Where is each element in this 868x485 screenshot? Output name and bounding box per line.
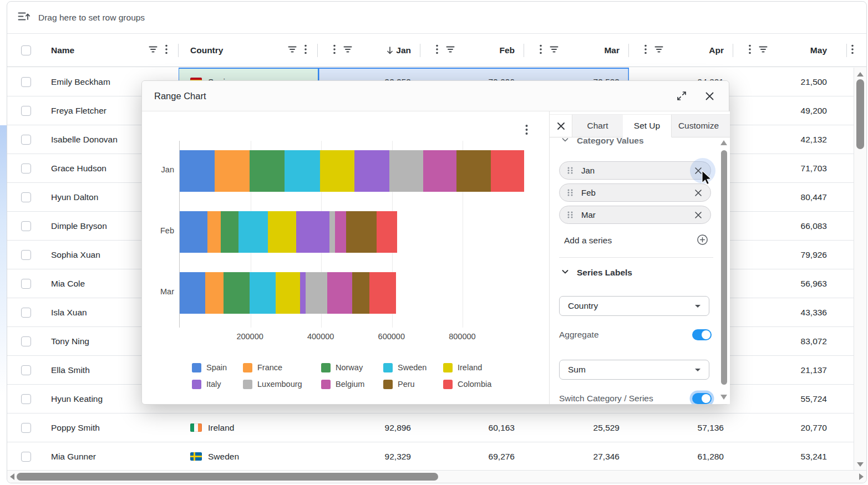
horizontal-scroll-thumb[interactable] <box>17 473 438 481</box>
value-cell[interactable]: 83,072 <box>733 327 847 355</box>
row-checkbox[interactable] <box>21 135 31 145</box>
panel-close-button[interactable] <box>550 115 572 137</box>
value-cell[interactable]: 27,346 <box>524 442 629 471</box>
filter-icon[interactable] <box>759 45 768 55</box>
legend-item-belgium[interactable]: Belgium <box>321 379 364 390</box>
value-cell[interactable]: 61,280 <box>629 442 733 471</box>
name-cell[interactable]: Poppy Smith <box>45 413 179 442</box>
row-group-panel[interactable]: Drag here to set row groups <box>7 2 866 34</box>
row-checkbox[interactable] <box>21 365 31 375</box>
series-chip-jan[interactable]: Jan <box>559 161 711 180</box>
legend-item-sweden[interactable]: Sweden <box>383 362 427 373</box>
value-cell[interactable]: 56,963 <box>733 269 847 298</box>
header-may[interactable]: May <box>733 34 847 67</box>
aggregate-func-select[interactable]: Sum <box>559 360 709 380</box>
filter-icon[interactable] <box>343 45 352 55</box>
tab-set-up[interactable]: Set Up <box>623 115 672 137</box>
value-cell[interactable]: 42,132 <box>733 125 847 154</box>
row-checkbox[interactable] <box>21 221 31 231</box>
panel-scroll-up-arrow[interactable] <box>720 140 727 145</box>
tab-customize[interactable]: Customize <box>672 115 725 137</box>
scroll-right-arrow[interactable] <box>859 473 864 480</box>
horizontal-scrollbar[interactable] <box>7 470 866 483</box>
row-checkbox[interactable] <box>21 452 31 462</box>
series-label-select[interactable]: Country <box>559 296 709 316</box>
name-cell[interactable]: Mia Gunner <box>45 442 179 471</box>
panel-scroll-down-arrow[interactable] <box>720 395 727 400</box>
chart-menu-icon[interactable] <box>520 124 532 136</box>
value-cell[interactable]: 57,136 <box>629 413 733 442</box>
row-checkbox[interactable] <box>21 106 31 116</box>
close-icon[interactable] <box>702 89 717 103</box>
header-name[interactable]: Name <box>45 34 179 67</box>
drag-handle-icon[interactable] <box>566 166 574 175</box>
value-cell[interactable]: 92,896 <box>318 413 420 442</box>
row-checkbox[interactable] <box>21 250 31 260</box>
legend-item-france[interactable]: France <box>243 362 282 373</box>
column-menu-icon[interactable] <box>540 44 542 57</box>
value-cell[interactable]: 92,329 <box>318 442 420 471</box>
category-values-section[interactable]: Category Values <box>561 137 644 146</box>
plus-circle-icon[interactable] <box>697 234 708 248</box>
value-cell[interactable]: 71,703 <box>733 154 847 182</box>
row-checkbox[interactable] <box>21 279 31 289</box>
drag-handle-icon[interactable] <box>566 188 574 197</box>
legend-item-norway[interactable]: Norway <box>321 362 363 373</box>
legend-item-ireland[interactable]: Ireland <box>443 362 482 373</box>
series-chip-feb[interactable]: Feb <box>559 183 711 202</box>
country-cell[interactable]: Sweden <box>179 442 318 471</box>
row-checkbox[interactable] <box>21 192 31 202</box>
column-menu-icon[interactable] <box>304 44 307 57</box>
filter-icon[interactable] <box>149 45 158 55</box>
column-menu-icon[interactable] <box>644 44 647 57</box>
filter-icon[interactable] <box>446 45 455 55</box>
header-jan[interactable]: Jan <box>318 34 420 67</box>
value-cell[interactable]: 21,500 <box>733 68 847 96</box>
row-checkbox[interactable] <box>21 77 31 87</box>
panel-scroll-thumb[interactable] <box>721 150 727 385</box>
legend-item-italy[interactable]: Italy <box>192 379 221 390</box>
vertical-scrollbar[interactable] <box>854 68 866 471</box>
value-cell[interactable]: 80,447 <box>733 183 847 211</box>
filter-icon[interactable] <box>288 45 297 55</box>
value-cell[interactable]: 69,276 <box>420 442 524 471</box>
value-cell[interactable]: 60,163 <box>420 413 524 442</box>
value-cell[interactable]: 43,336 <box>733 298 847 326</box>
value-cell[interactable]: 66,083 <box>733 212 847 240</box>
value-cell[interactable]: 79,926 <box>733 241 847 269</box>
series-chip-mar[interactable]: Mar <box>559 206 711 224</box>
aggregate-toggle[interactable] <box>692 329 712 340</box>
value-cell[interactable]: 20,770 <box>733 413 847 442</box>
header-feb[interactable]: Feb <box>420 34 524 67</box>
select-all-checkbox[interactable] <box>21 45 31 55</box>
column-menu-icon[interactable] <box>333 44 336 57</box>
row-checkbox[interactable] <box>21 394 31 404</box>
value-cell[interactable]: 55,724 <box>733 385 847 413</box>
header-country[interactable]: Country <box>179 34 318 67</box>
row-checkbox[interactable] <box>21 423 31 433</box>
remove-chip-icon[interactable] <box>693 210 704 221</box>
drag-handle-icon[interactable] <box>566 211 574 219</box>
value-cell[interactable]: 25,529 <box>524 413 629 442</box>
maximize-icon[interactable] <box>674 89 689 103</box>
filter-icon[interactable] <box>654 45 663 55</box>
column-menu-icon[interactable] <box>436 44 438 57</box>
header-apr[interactable]: Apr <box>629 34 733 67</box>
scroll-down-arrow[interactable] <box>857 462 864 467</box>
country-cell[interactable]: Ireland <box>179 413 318 442</box>
tab-chart[interactable]: Chart <box>572 115 623 137</box>
row-checkbox[interactable] <box>21 308 31 318</box>
column-menu-icon[interactable] <box>165 44 167 57</box>
value-cell[interactable]: 53,241 <box>733 442 847 471</box>
switch-category-series-toggle[interactable] <box>692 393 712 404</box>
legend-item-peru[interactable]: Peru <box>383 379 415 390</box>
filter-icon[interactable] <box>550 45 559 55</box>
legend-item-luxembourg[interactable]: Luxembourg <box>243 379 302 390</box>
column-menu-icon[interactable] <box>749 44 751 57</box>
column-menu-icon[interactable] <box>851 44 854 57</box>
value-cell[interactable]: 21,137 <box>733 356 847 384</box>
row-checkbox[interactable] <box>21 336 31 346</box>
dialog-titlebar[interactable]: Range Chart <box>142 81 729 111</box>
legend-item-colombia[interactable]: Colombia <box>443 379 491 390</box>
scroll-up-arrow[interactable] <box>857 72 864 76</box>
